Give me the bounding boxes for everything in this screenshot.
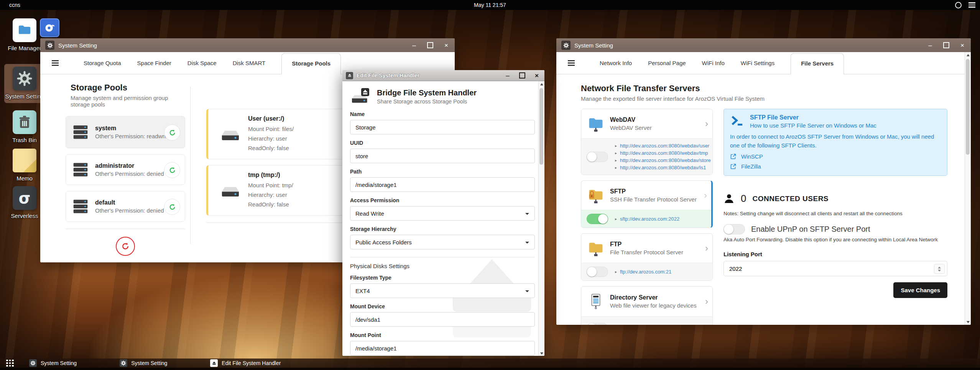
chevron-right-icon[interactable]: › — [705, 296, 708, 307]
access-permission-value: Read Write — [355, 210, 384, 217]
desktop-icon-music-app[interactable] — [40, 18, 59, 37]
pool-sync-button[interactable] — [164, 199, 180, 215]
pool-permission: Other's Permission: denied — [95, 207, 164, 214]
access-permission-select[interactable]: Read Write — [350, 206, 535, 221]
tab-wifi-info[interactable]: WiFi Info — [702, 60, 725, 66]
window-titlebar[interactable]: System Setting – × — [556, 38, 971, 52]
minimize-button[interactable]: – — [505, 72, 511, 79]
scroll-up-icon[interactable] — [967, 52, 970, 56]
webdav-link[interactable]: http://dev.arozos.com:8080/webdav/is1 — [620, 164, 706, 171]
sync-icon — [169, 129, 176, 136]
client-link-filezilla[interactable]: FileZilla — [730, 163, 941, 170]
webdav-link[interactable]: http://dev.arozos.com:8080/webdav/store — [620, 157, 711, 164]
upnp-toggle[interactable] — [723, 224, 745, 234]
tab-wifi-settings[interactable]: WiFi Settings — [741, 60, 774, 66]
window-scrollbar[interactable] — [965, 52, 971, 325]
tab-bar: Network Info Personal Page WiFi Info WiF… — [556, 52, 971, 74]
refresh-pools-button[interactable] — [116, 237, 135, 256]
pool-card-system[interactable]: system Other's Permission: readwrite — [66, 116, 185, 148]
window-titlebar[interactable]: System Setting – × — [40, 38, 455, 52]
desktop-icon-system-setting[interactable]: System Setting — [5, 64, 44, 103]
server-card-ftp[interactable]: FTP File Transfer Protocol Server › ▸ftp… — [581, 233, 713, 281]
maximize-button[interactable] — [519, 72, 525, 79]
scroll-down-icon[interactable] — [540, 352, 543, 356]
sync-icon — [169, 203, 176, 211]
menu-icon[interactable] — [968, 5, 975, 6]
listening-port-input[interactable] — [723, 261, 947, 276]
chevron-right-icon[interactable]: › — [705, 243, 708, 254]
pool-sync-button[interactable] — [164, 124, 180, 141]
close-button[interactable]: × — [443, 42, 449, 49]
directory-toggle[interactable] — [587, 323, 608, 325]
info-body: In order to connect to ArozOS SFTP Serve… — [730, 132, 941, 150]
taskbar-item-system-setting-1[interactable]: System Setting — [29, 359, 77, 367]
storage-hierarchy-select[interactable]: Public Access Folders — [350, 235, 535, 249]
pool-sync-button[interactable] — [164, 162, 180, 178]
dialog-scrollbar[interactable] — [538, 81, 544, 356]
app-launcher-icon[interactable] — [6, 360, 14, 367]
tab-storage-quota[interactable]: Storage Quota — [84, 60, 121, 66]
server-card-directory[interactable]: Directory Server Web file viewer for leg… — [581, 286, 713, 325]
scrollbar-thumb[interactable] — [539, 88, 543, 165]
sftp-toggle[interactable] — [587, 214, 608, 224]
desktop-icon-trash-bin[interactable]: Trash Bin — [5, 110, 44, 144]
upnp-label: Enable UPnP on SFTP Server Port — [751, 225, 870, 234]
info-title: SFTP File Server — [750, 114, 876, 121]
client-label[interactable]: FileZilla — [741, 163, 761, 170]
client-link-winscp[interactable]: WinSCP — [730, 153, 941, 160]
uuid-input[interactable] — [350, 149, 535, 163]
desktop-icon-file-manager[interactable]: File Manager — [5, 18, 44, 52]
sftp-link[interactable]: sftp://dev.arozos.com:2022 — [620, 215, 679, 223]
tab-space-finder[interactable]: Space Finder — [137, 60, 171, 66]
sidebar-menu-icon[interactable] — [568, 62, 575, 64]
scroll-down-icon[interactable] — [967, 321, 970, 325]
chevron-right-icon[interactable]: › — [704, 190, 707, 201]
path-input[interactable] — [350, 177, 535, 192]
close-button[interactable]: × — [959, 42, 965, 49]
client-label[interactable]: WinSCP — [741, 153, 763, 160]
external-link-icon — [730, 163, 737, 170]
taskbar-item-system-setting-2[interactable]: System Setting — [120, 359, 167, 367]
chevron-right-icon[interactable]: › — [705, 118, 708, 129]
save-changes-button[interactable]: Save Changes — [893, 282, 947, 298]
dialog-titlebar[interactable]: Edit File System Handler – × — [342, 70, 544, 81]
minimize-button[interactable]: – — [927, 42, 933, 49]
server-card-webdav[interactable]: WebDAV WebDAV Server › ▸http://dev.arozo… — [581, 109, 713, 175]
pool-card-default[interactable]: default Other's Permission: denied — [66, 191, 185, 222]
tab-file-servers[interactable]: File Servers — [791, 53, 844, 74]
name-input[interactable] — [350, 120, 535, 134]
fsh-readonly: ReadOnly: false — [248, 143, 294, 153]
sidebar-menu-icon[interactable] — [52, 62, 59, 64]
ftp-link[interactable]: ftp://dev.arozos.com:21 — [620, 268, 671, 275]
minimize-button[interactable]: – — [411, 42, 417, 49]
listening-port-label: Listening Port — [723, 251, 947, 257]
spinner-up-icon[interactable] — [938, 265, 941, 268]
webdav-link[interactable]: http://dev.arozos.com:8080/webdav/user — [620, 142, 709, 149]
desktop-icon-memo[interactable]: Memo — [5, 149, 44, 182]
mount-device-input[interactable] — [350, 312, 535, 327]
tab-disk-smart[interactable]: Disk SMART — [233, 60, 266, 66]
scroll-up-icon[interactable] — [540, 82, 543, 85]
number-spinner[interactable] — [934, 264, 945, 274]
server-card-sftp[interactable]: SFTP SSH File Transfer Protocol Server ›… — [581, 180, 713, 228]
ftp-toggle[interactable] — [587, 267, 608, 277]
close-button[interactable]: × — [534, 72, 540, 79]
mount-point-input[interactable] — [350, 341, 535, 355]
gear-icon — [563, 43, 569, 48]
taskbar-item-edit-file-system-handler[interactable]: Edit File System Handler — [210, 359, 281, 367]
pool-card-administrator[interactable]: administrator Other's Permission: denied — [66, 154, 185, 185]
webdav-toggle[interactable] — [587, 152, 608, 162]
tab-personal-page[interactable]: Personal Page — [648, 60, 686, 66]
maximize-button[interactable] — [943, 42, 949, 48]
tab-network-info[interactable]: Network Info — [600, 60, 632, 66]
tab-disk-space[interactable]: Disk Space — [187, 60, 217, 66]
scrollbar-thumb[interactable] — [966, 59, 970, 155]
status-ring-icon[interactable] — [955, 2, 962, 8]
spinner-down-icon[interactable] — [938, 270, 941, 273]
fsh-title: tmp (tmp:/) — [248, 172, 293, 178]
webdav-link[interactable]: http://dev.arozos.com:8080/webdav/tmp — [620, 149, 708, 157]
filesystem-type-select[interactable]: EXT4 — [350, 283, 535, 298]
tab-storage-pools[interactable]: Storage Pools — [281, 53, 341, 74]
maximize-button[interactable] — [427, 42, 433, 48]
desktop-icon-serverless[interactable]: σ Serverless — [5, 186, 44, 219]
